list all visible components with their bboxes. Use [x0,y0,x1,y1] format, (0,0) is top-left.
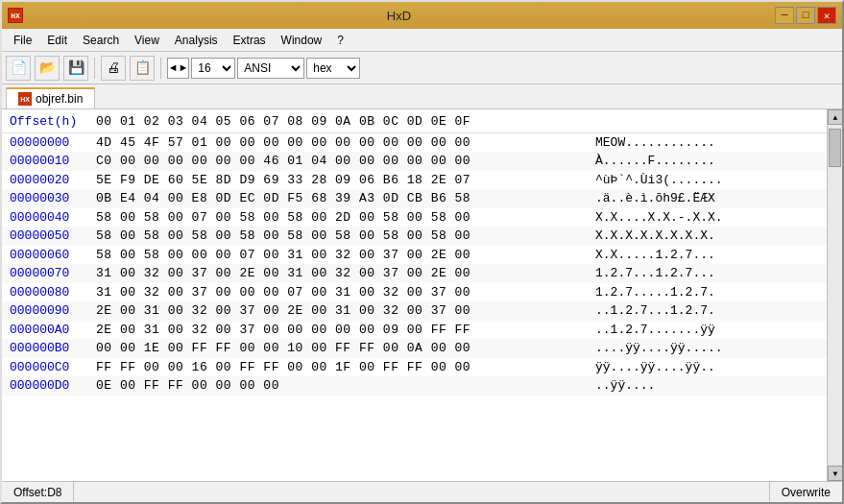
maximize-button[interactable]: □ [796,7,815,24]
menu-search[interactable]: Search [75,32,127,49]
row-ascii: 1.2.7.....1.2.7. [595,283,819,302]
table-row: 00000050 58 00 58 00 58 00 58 00 58 00 5… [2,227,827,246]
scrollbar[interactable]: ▲ ▼ [827,109,842,481]
close-button[interactable]: ✕ [817,7,836,24]
row-bytes[interactable]: 58 00 58 00 00 00 07 00 31 00 32 00 37 0… [96,246,595,265]
columns-arrows[interactable]: ◄ ► [167,58,189,79]
row-bytes[interactable]: FF FF 00 00 16 00 FF FF 00 00 1F 00 FF F… [96,358,595,377]
scroll-thumb[interactable] [829,129,841,167]
row-ascii: X.X....X.X.-.X.X. [595,208,819,228]
app-icon: HX [8,8,23,23]
table-row: 00000000 4D 45 4F 57 01 00 00 00 00 00 0… [2,133,827,153]
offset-status: Offset: D8 [2,482,74,502]
row-ascii: ÿÿ....ÿÿ....ÿÿ.. [595,358,819,377]
toolbar: 📄 📂 💾 🖨 📋 ◄ ► 16 ANSI [2,52,842,84]
row-bytes[interactable]: 4D 45 4F 57 01 00 00 00 00 00 00 00 00 0… [96,133,595,153]
table-row: 00000030 0B E4 04 00 E8 0D EC 0D F5 68 3… [2,189,827,208]
status-bar: Offset: D8 Overwrite [2,481,842,502]
export-button[interactable]: 📋 [130,56,155,81]
table-row: 00000070 31 00 32 00 37 00 2E 00 31 00 3… [2,264,827,283]
table-row: 000000A0 2E 00 31 00 32 00 37 00 00 00 0… [2,321,827,340]
minimize-button[interactable]: ─ [775,7,794,24]
scroll-up-button[interactable]: ▲ [828,109,842,125]
row-bytes[interactable]: 0E 00 FF FF 00 00 00 00 [96,376,595,396]
separator-2 [160,58,161,79]
row-offset: 00000020 [10,171,96,190]
row-offset: 000000D0 [10,376,96,396]
row-offset: 00000060 [10,246,96,265]
save-button[interactable]: 💾 [63,56,88,81]
row-bytes[interactable]: 58 00 58 00 58 00 58 00 58 00 58 00 58 0… [96,227,595,246]
tab-label: objref.bin [36,92,83,106]
scroll-track[interactable] [828,125,842,466]
menu-bar: File Edit Search View Analysis Extras Wi… [2,29,842,52]
menu-window[interactable]: Window [274,32,330,49]
menu-edit[interactable]: Edit [39,32,75,49]
table-row: 00000090 2E 00 31 00 32 00 37 00 2E 00 3… [2,301,827,321]
offset-header: Offset(h) [10,112,96,132]
hex-header-row: Offset(h) 00 01 02 03 04 05 06 07 08 09 … [2,111,827,133]
row-offset: 00000090 [10,301,96,321]
main-window: HX HxD ─ □ ✕ File Edit Search View Analy… [0,0,844,504]
row-offset: 00000070 [10,264,96,283]
menu-file[interactable]: File [6,32,39,49]
row-ascii: ^ùÞ`^.Ùi3(....... [595,171,819,190]
row-bytes[interactable]: 00 00 1E 00 FF FF 00 00 10 00 FF FF 00 0… [96,339,595,358]
separator-1 [94,58,95,79]
export-icon: 📋 [134,60,151,76]
row-bytes[interactable]: 31 00 32 00 37 00 00 00 07 00 31 00 32 0… [96,283,595,302]
table-row: 00000080 31 00 32 00 37 00 00 00 07 00 3… [2,283,827,302]
row-ascii: ..1.2.7.......ÿÿ [595,321,819,340]
encoding-select[interactable]: ANSI [237,58,304,79]
row-ascii: À......F........ [595,152,819,171]
row-bytes[interactable]: C0 00 00 00 00 00 00 46 01 04 00 00 00 0… [96,152,595,171]
row-offset: 000000C0 [10,358,96,377]
row-ascii: X.X.X.X.X.X.X.X. [595,227,819,246]
table-row: 00000010 C0 00 00 00 00 00 00 46 01 04 0… [2,152,827,171]
new-icon: 📄 [11,60,27,76]
title-bar-left: HX [8,8,23,23]
row-ascii: X.X.....1.2.7... [595,246,819,265]
row-offset: 000000B0 [10,339,96,358]
row-offset: 00000000 [10,133,96,153]
bytes-header: 00 01 02 03 04 05 06 07 08 09 0A 0B 0C 0… [96,112,595,132]
row-ascii: .ä..è.ì.õh9£.ËÆX [595,189,819,208]
row-offset: 00000050 [10,227,96,246]
window-title: HxD [23,9,775,23]
row-offset: 00000030 [10,189,96,208]
offset-value: D8 [47,486,61,499]
offset-label: Offset: [13,486,47,499]
row-bytes[interactable]: 31 00 32 00 37 00 2E 00 31 00 32 00 37 0… [96,264,595,283]
menu-extras[interactable]: Extras [226,32,274,49]
window-controls: ─ □ ✕ [775,7,836,24]
mode-status: Overwrite [769,482,842,502]
row-bytes[interactable]: 5E F9 DE 60 5E 8D D9 69 33 28 09 06 B6 1… [96,171,595,190]
print-button[interactable]: 🖨 [101,56,126,81]
row-bytes[interactable]: 0B E4 04 00 E8 0D EC 0D F5 68 39 A3 0D C… [96,189,595,208]
view-select[interactable]: hex [306,58,360,79]
columns-select[interactable]: 16 [191,58,235,79]
row-bytes[interactable]: 2E 00 31 00 32 00 37 00 00 00 00 00 09 0… [96,321,595,340]
row-bytes[interactable]: 2E 00 31 00 32 00 37 00 2E 00 31 00 32 0… [96,301,595,321]
scroll-down-button[interactable]: ▼ [828,466,842,481]
row-offset: 000000A0 [10,321,96,340]
hex-rows: 00000000 4D 45 4F 57 01 00 00 00 00 00 0… [2,133,827,396]
row-ascii: ....ÿÿ....ÿÿ..... [595,339,819,358]
row-ascii: ..1.2.7...1.2.7. [595,301,819,321]
open-icon: 📂 [39,60,56,76]
hex-view[interactable]: Offset(h) 00 01 02 03 04 05 06 07 08 09 … [2,109,827,481]
menu-view[interactable]: View [127,32,167,49]
table-row: 00000040 58 00 58 00 07 00 58 00 58 00 2… [2,208,827,228]
file-tab[interactable]: HX objref.bin [6,87,95,108]
table-row: 000000D0 0E 00 FF FF 00 00 00 00 ..ÿÿ...… [2,376,827,396]
row-offset: 00000010 [10,152,96,171]
open-button[interactable]: 📂 [35,56,60,81]
row-ascii: 1.2.7...1.2.7... [595,264,819,283]
new-button[interactable]: 📄 [6,56,31,81]
content-area: Offset(h) 00 01 02 03 04 05 06 07 08 09 … [2,109,842,481]
ascii-header [595,112,819,132]
row-bytes[interactable]: 58 00 58 00 07 00 58 00 58 00 2D 00 58 0… [96,208,595,228]
left-arrow-icon: ◄ [168,62,179,74]
menu-analysis[interactable]: Analysis [167,32,226,49]
menu-help[interactable]: ? [329,32,351,49]
